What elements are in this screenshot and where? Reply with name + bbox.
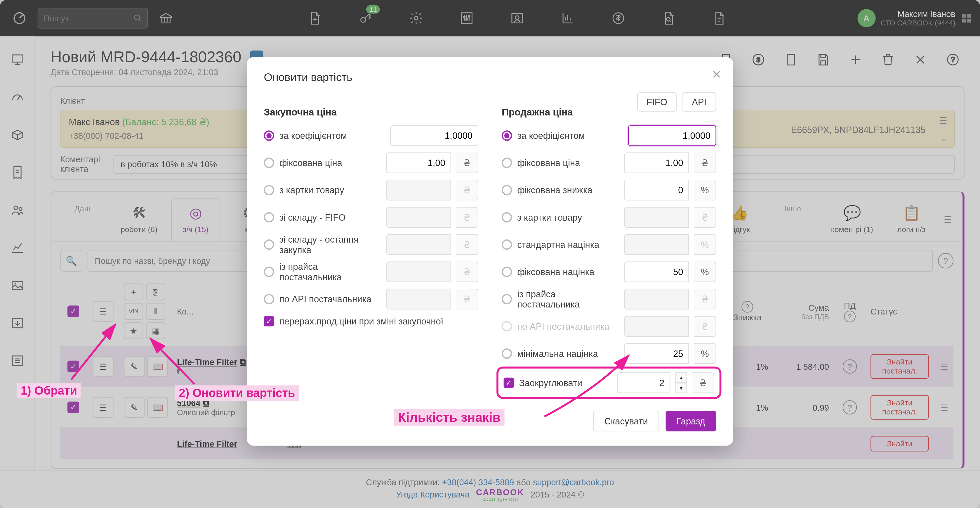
modal-title: Оновити вартість [264,71,716,84]
cancel-button[interactable]: Скасувати [593,411,659,431]
purchase-coef-radio[interactable] [264,130,274,141]
purchase-fifo-radio[interactable] [264,212,274,223]
purchase-card-radio[interactable] [264,185,274,195]
purchase-last-radio[interactable] [264,240,274,250]
sale-fixed-input[interactable] [624,153,689,173]
round-checkbox[interactable]: ✓ [504,378,514,388]
sale-std-radio[interactable] [502,240,512,250]
ok-button[interactable]: Гаразд [665,411,716,431]
purchase-title: Закупочна ціна [264,106,478,118]
recalc-checkbox[interactable]: ✓ [264,316,274,326]
sale-fixed-radio[interactable] [502,158,512,168]
round-input[interactable] [617,372,670,393]
update-cost-modal: Оновити вартість ✕ FIFO API Закупочна ці… [247,57,733,446]
purchase-supplier-radio[interactable] [264,267,274,277]
sale-coef-radio[interactable] [502,130,512,141]
sale-fmrk-radio[interactable] [502,267,512,277]
sale-supplier-radio[interactable] [502,294,512,304]
round-up[interactable]: ▲ [675,372,687,383]
purchase-api-radio[interactable] [264,294,274,304]
fifo-btn[interactable]: FIFO [637,92,677,112]
sale-fmrk-input[interactable] [624,261,689,282]
sale-api-radio [502,321,512,332]
purchase-fixed-radio[interactable] [264,158,274,168]
sale-min-input[interactable] [624,343,689,364]
purchase-fixed-input[interactable] [387,153,451,173]
purchase-coef-input[interactable] [390,125,478,146]
sale-disc-radio[interactable] [502,185,512,195]
modal-close-icon[interactable]: ✕ [712,67,721,82]
round-down[interactable]: ▼ [675,383,687,393]
sale-card-radio[interactable] [502,212,512,223]
sale-min-radio[interactable] [502,348,512,359]
api-btn[interactable]: API [682,92,716,112]
sale-disc-input[interactable] [624,180,689,201]
sale-coef-input[interactable] [628,125,716,146]
